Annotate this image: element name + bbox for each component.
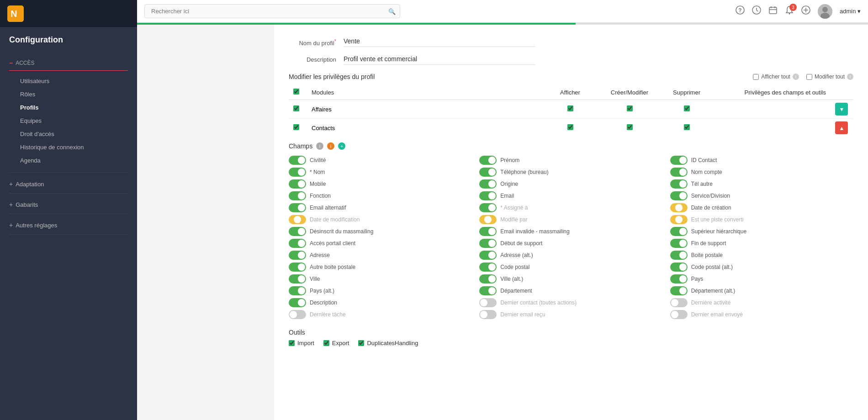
collapse-icon: − xyxy=(9,59,13,67)
field-telephone: Téléphone (bureau) xyxy=(479,166,662,178)
affaires-afficher-checkbox[interactable] xyxy=(567,105,573,111)
sidebar-item-agenda[interactable]: Agenda xyxy=(9,154,128,167)
toggle-email-alternatif[interactable] xyxy=(289,203,306,212)
toggle-code-postal[interactable] xyxy=(479,262,497,272)
toggle-date-modif[interactable] xyxy=(289,215,306,224)
field-service-division: Service/Division xyxy=(670,190,853,202)
champs-info-icon-1[interactable]: i xyxy=(316,142,323,150)
field-autre-boite: Autre boite postale xyxy=(289,261,472,273)
sidebar-acces-header[interactable]: − Accès xyxy=(9,56,128,68)
toggle-origine[interactable] xyxy=(479,179,497,189)
toggle-nom-compte[interactable] xyxy=(670,168,688,177)
contacts-btn-cell: ▴ xyxy=(831,119,853,137)
toggle-desinscrit[interactable] xyxy=(289,227,306,236)
nom-profil-value[interactable]: Vente xyxy=(344,36,535,47)
toggle-civilite[interactable] xyxy=(289,156,306,165)
toggle-derniere-activite[interactable] xyxy=(670,298,688,307)
calendar-icon[interactable] xyxy=(768,5,778,17)
toggle-fin-support[interactable] xyxy=(670,239,688,248)
toggle-departement[interactable] xyxy=(479,286,497,295)
field-dernier-email-recu: Dernier email reçu xyxy=(479,309,662,320)
sidebar-item-historique[interactable]: Historique de connexion xyxy=(9,141,128,154)
toggle-description[interactable] xyxy=(289,298,306,307)
affaires-creer-checkbox[interactable] xyxy=(627,105,633,111)
modifier-tout-label[interactable]: Modifier tout i xyxy=(806,74,853,80)
contacts-collapse-btn[interactable]: ▴ xyxy=(835,121,848,134)
contacts-supprimer-checkbox[interactable] xyxy=(684,124,690,130)
sidebar-item-roles[interactable]: Rôles xyxy=(9,88,128,101)
toggle-assigne-a[interactable] xyxy=(479,203,497,212)
afficher-tout-info-icon[interactable]: i xyxy=(793,74,799,80)
toggle-dernier-email-envoye[interactable] xyxy=(670,310,688,319)
affaires-checkbox[interactable] xyxy=(293,105,299,111)
toggle-adresse-alt[interactable] xyxy=(479,251,497,260)
search-input[interactable] xyxy=(144,4,400,18)
bell-icon[interactable]: 3 xyxy=(785,5,794,17)
toggle-dernier-email-recu[interactable] xyxy=(479,310,497,319)
champs-info-icon-3[interactable]: + xyxy=(338,142,345,150)
modules-header-checkbox[interactable] xyxy=(293,89,299,94)
afficher-tout-label[interactable]: Afficher tout i xyxy=(753,74,799,80)
toggle-ville[interactable] xyxy=(289,274,306,284)
affaires-afficher-cell xyxy=(543,100,598,119)
contacts-checkbox[interactable] xyxy=(293,124,299,130)
toggle-superieur[interactable] xyxy=(670,227,688,236)
sidebar-item-utilisateurs[interactable]: Utilisateurs xyxy=(9,74,128,88)
outils-duplicates[interactable]: DuplicatesHandling xyxy=(358,340,418,346)
th-creer: Créer/Modifier xyxy=(598,85,662,100)
toggle-debut-support[interactable] xyxy=(479,239,497,248)
duplicates-checkbox[interactable] xyxy=(358,340,364,346)
admin-label[interactable]: admin ▾ xyxy=(840,8,861,15)
toggle-piste-convertie[interactable] xyxy=(670,215,688,224)
contacts-name: Contacts xyxy=(307,119,543,137)
toggle-adresse[interactable] xyxy=(289,251,306,260)
sidebar-item-profils[interactable]: Profils xyxy=(9,101,128,114)
contacts-creer-checkbox[interactable] xyxy=(627,124,633,130)
toggle-autre-boite[interactable] xyxy=(289,262,306,272)
avatar[interactable] xyxy=(818,4,832,19)
field-derniere-activite: Dernière activité xyxy=(670,297,853,309)
toggle-derniere-tache[interactable] xyxy=(289,310,306,319)
import-checkbox[interactable] xyxy=(289,340,295,346)
sidebar-expand-adaptation[interactable]: + Adaptation xyxy=(0,177,137,191)
afficher-tout-checkbox[interactable] xyxy=(753,74,759,80)
toggle-code-postal-alt[interactable] xyxy=(670,262,688,272)
champs-info-icon-2[interactable]: i xyxy=(327,142,334,150)
description-value[interactable]: Profil vente et commercial xyxy=(344,53,535,65)
toggle-telephone[interactable] xyxy=(479,168,497,177)
toggle-email-invalide[interactable] xyxy=(479,227,497,236)
toggle-boite-postale[interactable] xyxy=(670,251,688,260)
modifier-tout-checkbox[interactable] xyxy=(806,74,812,80)
toggle-tel-autre[interactable] xyxy=(670,179,688,189)
toggle-mobile[interactable] xyxy=(289,179,306,189)
field-debut-support: Début de support xyxy=(479,237,662,249)
toggle-id-contact[interactable] xyxy=(670,156,688,165)
modifier-tout-info-icon[interactable]: i xyxy=(847,74,853,80)
toggle-ville-alt[interactable] xyxy=(479,274,497,284)
toggle-fonction[interactable] xyxy=(289,191,306,200)
toggle-modifie-par[interactable] xyxy=(479,215,497,224)
toggle-pays[interactable] xyxy=(670,274,688,284)
outils-import[interactable]: Import xyxy=(289,340,314,346)
contacts-afficher-checkbox[interactable] xyxy=(567,124,573,130)
sidebar-expand-gabarits[interactable]: + Gabarits xyxy=(0,197,137,212)
affaires-supprimer-checkbox[interactable] xyxy=(684,105,690,111)
toggle-date-creation[interactable] xyxy=(670,203,688,212)
toggle-dernier-contact[interactable] xyxy=(479,298,497,307)
toggle-pays-alt[interactable] xyxy=(289,286,306,295)
history-icon[interactable] xyxy=(752,5,761,17)
toggle-departement-alt[interactable] xyxy=(670,286,688,295)
sidebar-item-droit-acces[interactable]: Droit d'accès xyxy=(9,127,128,141)
help-icon[interactable]: ? xyxy=(736,5,745,17)
toggle-prenom[interactable] xyxy=(479,156,497,165)
outils-export[interactable]: Export xyxy=(323,340,349,346)
toggle-service-division[interactable] xyxy=(670,191,688,200)
export-checkbox[interactable] xyxy=(323,340,329,346)
sidebar-expand-autres[interactable]: + Autres réglages xyxy=(0,218,137,232)
affaires-expand-btn[interactable]: ▾ xyxy=(835,103,848,116)
sidebar-item-equipes[interactable]: Equipes xyxy=(9,114,128,127)
toggle-acces-portail[interactable] xyxy=(289,239,306,248)
add-icon[interactable] xyxy=(801,5,810,17)
toggle-email[interactable] xyxy=(479,191,497,200)
toggle-nom[interactable] xyxy=(289,168,306,177)
